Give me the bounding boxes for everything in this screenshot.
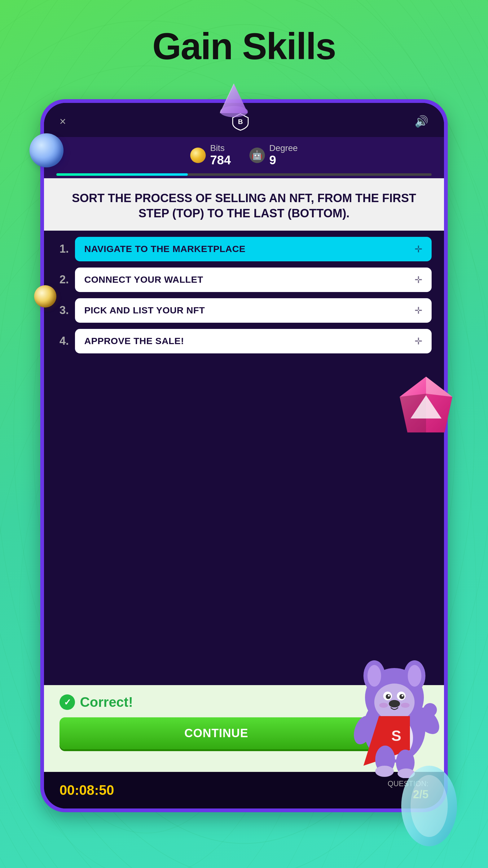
answer-text-2: CONNECT YOUR WALLET [84, 274, 203, 285]
stats-bar: Bits 784 🤖 Degree 9 [44, 137, 444, 173]
answer-text-3: PICK AND LIST YOUR NFT [84, 305, 205, 316]
decorative-orb-gold [34, 285, 56, 308]
mascot-dog: S [339, 648, 444, 778]
bits-label: Bits [210, 143, 231, 153]
answer-number-1: 1. [56, 242, 69, 255]
drag-icon-2: ✛ [415, 274, 422, 285]
svg-marker-1 [220, 84, 248, 113]
svg-marker-4 [426, 377, 452, 397]
answer-button-4[interactable]: APPROVE THE SALE! ✛ [75, 329, 432, 353]
drag-icon-1: ✛ [415, 244, 422, 254]
bits-stat: Bits 784 [190, 143, 231, 167]
answer-row-1: 1. NAVIGATE TO THE MARKETPLACE ✛ [56, 237, 432, 261]
degree-label: Degree [269, 143, 298, 153]
progress-track [56, 173, 432, 176]
svg-point-33 [375, 766, 394, 777]
svg-text:S: S [391, 727, 401, 744]
drag-icon-4: ✛ [415, 336, 422, 347]
answer-row-3: 3. PICK AND LIST YOUR NFT ✛ [56, 298, 432, 323]
avatar-icon: 🤖 [250, 148, 265, 163]
svg-point-25 [389, 700, 400, 707]
answer-button-3[interactable]: PICK AND LIST YOUR NFT ✛ [75, 298, 432, 323]
close-button[interactable]: × [60, 115, 66, 128]
correct-text: Correct! [80, 694, 133, 710]
answer-button-2[interactable]: CONNECT YOUR WALLET ✛ [75, 268, 432, 292]
bits-value: 784 [210, 153, 231, 167]
svg-point-29 [423, 703, 437, 717]
result-area: ✓ Correct! CONTINUE [44, 685, 444, 772]
timer: 00:08:50 [60, 782, 114, 798]
svg-point-27 [401, 703, 410, 708]
phone-screen: × B 🔊 Bits 784 🤖 Degree 9 [44, 103, 444, 808]
decorative-orb-blue [29, 133, 64, 167]
page-title: Gain Skills [0, 0, 488, 68]
question-area: SORT THE PROCESS OF SELLING AN NFT, FROM… [44, 178, 444, 230]
sound-button[interactable]: 🔊 [415, 115, 428, 128]
decorative-gem-pink [395, 375, 457, 437]
answer-row-2: 2. CONNECT YOUR WALLET ✛ [56, 268, 432, 292]
answer-number-4: 4. [56, 335, 69, 347]
answers-area: 1. NAVIGATE TO THE MARKETPLACE ✛ 2. CONN… [44, 230, 444, 685]
decorative-gem-crystal [395, 760, 463, 852]
answer-number-3: 3. [56, 304, 69, 317]
question-text: SORT THE PROCESS OF SELLING AN NFT, FROM… [60, 191, 428, 221]
progress-bar-container [44, 173, 444, 178]
progress-fill [56, 173, 188, 176]
svg-point-24 [401, 695, 403, 696]
decorative-cone [214, 81, 254, 121]
svg-point-22 [399, 694, 404, 699]
degree-stat: 🤖 Degree 9 [250, 143, 298, 167]
coin-icon [190, 148, 206, 163]
phone-frame: × B 🔊 Bits 784 🤖 Degree 9 [40, 99, 448, 812]
drag-icon-3: ✛ [415, 305, 422, 316]
continue-button[interactable]: CONTINUE [60, 717, 373, 749]
answer-text-4: APPROVE THE SALE! [84, 336, 184, 346]
svg-point-23 [388, 695, 390, 696]
svg-point-17 [408, 665, 421, 687]
answer-text-1: NAVIGATE TO THE MARKETPLACE [84, 244, 246, 254]
degree-value: 9 [269, 153, 298, 167]
answer-row-4: 4. APPROVE THE SALE! ✛ [56, 329, 432, 353]
answer-number-2: 2. [56, 273, 69, 286]
svg-point-26 [379, 703, 388, 708]
svg-point-21 [386, 694, 391, 699]
check-circle-icon: ✓ [60, 694, 75, 710]
svg-point-9 [411, 775, 448, 837]
answer-button-1[interactable]: NAVIGATE TO THE MARKETPLACE ✛ [75, 237, 432, 261]
svg-point-16 [367, 665, 381, 687]
